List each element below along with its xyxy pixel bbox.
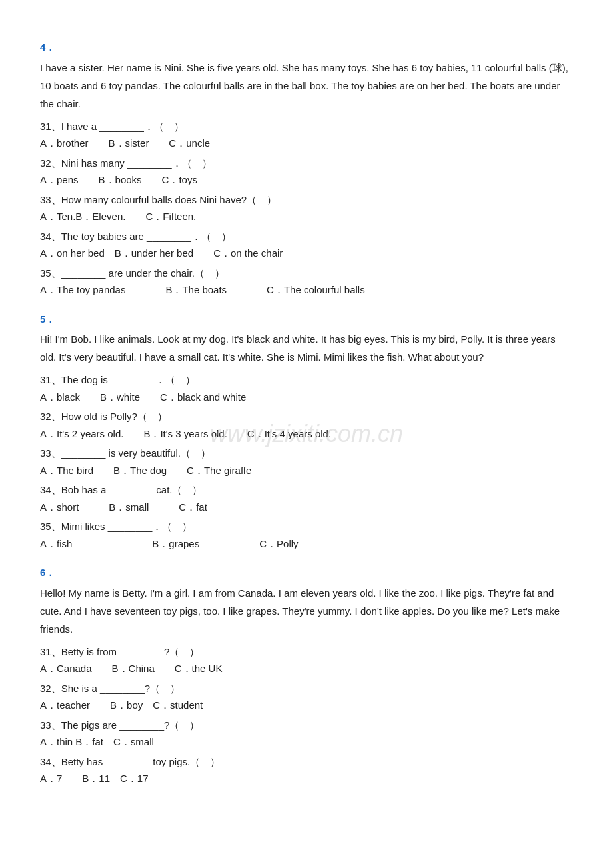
options-1-2: A．pens B．books C．toys (40, 171, 573, 189)
section-1: 4．I have a sister. Her name is Nini. She… (40, 39, 573, 299)
question-text-2-4: 34、Bob has a ________ cat.（ ） (40, 481, 573, 499)
options-3-2: A．teacher B．boy C．student (40, 697, 573, 714)
question-text-3-1: 31、Betty is from ________?（ ） (40, 643, 573, 661)
question-text-1-1: 31、I have a ________．（ ） (40, 118, 573, 135)
options-3-1: A．Canada B．China C．the UK (40, 660, 573, 677)
question-text-3-3: 33、The pigs are ________?（ ） (40, 717, 573, 734)
options-3-3: A．thin B．fat C．small (40, 733, 573, 751)
passage-3: Hello! My name is Betty. I'm a girl. I a… (40, 584, 573, 638)
question-3-2: 32、She is a ________?（ ）A．teacher B．boy … (40, 680, 573, 714)
question-text-1-3: 33、How many colourful balls does Nini ha… (40, 191, 573, 209)
question-1-1: 31、I have a ________．（ ）A．brother B．sist… (40, 118, 573, 152)
question-2-5: 35、Mimi likes ________．（ ）A．fish B．grape… (40, 518, 573, 552)
question-text-2-3: 33、________ is very beautiful.（ ） (40, 445, 573, 462)
question-2-1: 31、The dog is ________．（ ）A．black B．whit… (40, 371, 573, 405)
options-3-4: A．7 B．11 C．17 (40, 770, 573, 787)
question-text-1-5: 35、________ are under the chair.（ ） (40, 265, 573, 282)
question-text-3-4: 34、Betty has ________ toy pigs.（ ） (40, 753, 573, 771)
question-3-1: 31、Betty is from ________?（ ）A．Canada B．… (40, 643, 573, 677)
options-1-5: A．The toy pandas B．The boats C．The colou… (40, 281, 573, 299)
passage-2: Hi! I'm Bob. I like animals. Look at my … (40, 330, 573, 366)
question-2-3: 33、________ is very beautiful.（ ）A．The b… (40, 445, 573, 479)
options-1-1: A．brother B．sister C．uncle (40, 135, 573, 152)
question-1-4: 34、The toy babies are ________．（ ）A．on h… (40, 228, 573, 262)
options-1-3: A．Ten.B．Eleven. C．Fifteen. (40, 208, 573, 225)
options-2-1: A．black B．white C．black and white (40, 389, 573, 406)
section-2: 5．Hi! I'm Bob. I like animals. Look at m… (40, 311, 573, 553)
question-text-2-2: 32、How old is Polly?（ ） (40, 408, 573, 425)
question-3-3: 33、The pigs are ________?（ ）A．thin B．fat… (40, 717, 573, 751)
question-text-1-2: 32、Nini has many ________．（ ） (40, 155, 573, 172)
question-3-4: 34、Betty has ________ toy pigs.（ ）A．7 B．… (40, 753, 573, 787)
question-2-2: 32、How old is Polly?（ ）A．It's 2 years ol… (40, 408, 573, 442)
section-number-2: 5． (40, 311, 573, 328)
question-2-4: 34、Bob has a ________ cat.（ ）A．short B．s… (40, 481, 573, 515)
section-number-3: 6． (40, 564, 573, 581)
question-1-2: 32、Nini has many ________．（ ）A．pens B．bo… (40, 155, 573, 189)
options-2-4: A．short B．small C．fat (40, 499, 573, 516)
question-text-2-5: 35、Mimi likes ________．（ ） (40, 518, 573, 535)
question-text-1-4: 34、The toy babies are ________．（ ） (40, 228, 573, 245)
question-1-3: 33、How many colourful balls does Nini ha… (40, 191, 573, 225)
question-text-2-1: 31、The dog is ________．（ ） (40, 371, 573, 389)
main-content: 4．I have a sister. Her name is Nini. She… (40, 39, 573, 787)
passage-1: I have a sister. Her name is Nini. She i… (40, 59, 573, 113)
section-3: 6．Hello! My name is Betty. I'm a girl. I… (40, 564, 573, 787)
question-text-3-2: 32、She is a ________?（ ） (40, 680, 573, 697)
options-2-2: A．It's 2 years old. B．It's 3 years old. … (40, 425, 573, 443)
options-1-4: A．on her bed B．under her bed C．on the ch… (40, 245, 573, 262)
section-number-1: 4． (40, 39, 573, 56)
options-2-5: A．fish B．grapes C．Polly (40, 535, 573, 553)
question-1-5: 35、________ are under the chair.（ ）A．The… (40, 265, 573, 299)
options-2-3: A．The bird B．The dog C．The giraffe (40, 462, 573, 479)
